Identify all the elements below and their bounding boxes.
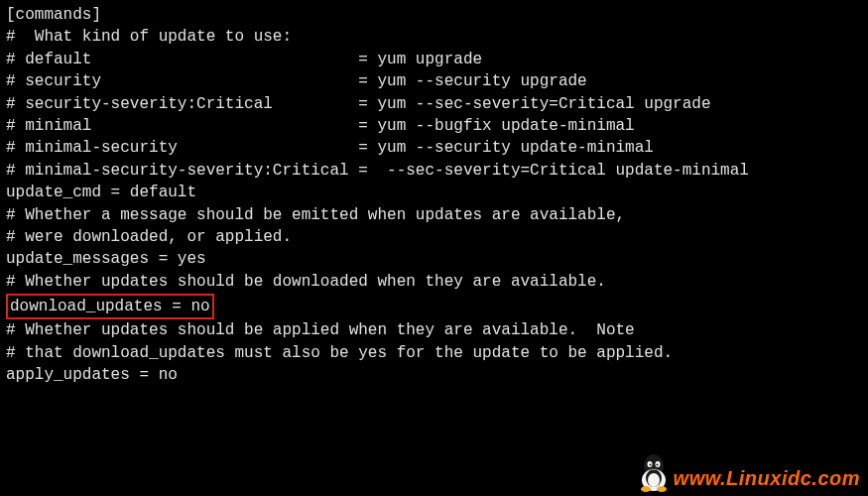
svg-point-3: [648, 473, 660, 487]
config-line: # default = yum upgrade: [6, 49, 862, 70]
config-line: # that download_updates must also be yes…: [6, 342, 862, 364]
config-line: update_messages = yes: [6, 248, 862, 270]
config-line: # minimal = yum --bugfix update-minimal: [6, 115, 862, 137]
svg-point-8: [641, 486, 651, 492]
svg-point-9: [657, 486, 667, 492]
config-line: # minimal-security-severity:Critical = -…: [6, 160, 862, 182]
config-line: # Whether updates should be downloaded w…: [6, 271, 862, 293]
highlighted-config-line: download_updates = no: [6, 294, 214, 319]
config-line: apply_updates = no: [6, 364, 862, 386]
config-line: # Whether a message should be emitted wh…: [6, 204, 862, 226]
tux-penguin-icon: [636, 450, 672, 492]
config-line: # What kind of update to use:: [6, 26, 862, 48]
svg-point-7: [656, 464, 658, 466]
config-line: # Whether updates should be applied when…: [6, 319, 862, 341]
terminal-output: [commands] # What kind of update to use:…: [6, 4, 862, 387]
watermark: www.Linuxidc.com: [636, 450, 860, 492]
config-line: update_cmd = default: [6, 182, 862, 203]
config-line: # minimal-security = yum --security upda…: [6, 137, 862, 159]
config-line: # security = yum --security upgrade: [6, 70, 862, 92]
config-line: # were downloaded, or applied.: [6, 226, 862, 248]
config-line: [commands]: [6, 4, 862, 26]
config-line: # security-severity:Critical = yum --sec…: [6, 93, 862, 115]
svg-point-6: [649, 464, 651, 466]
watermark-text: www.Linuxidc.com: [674, 464, 860, 492]
